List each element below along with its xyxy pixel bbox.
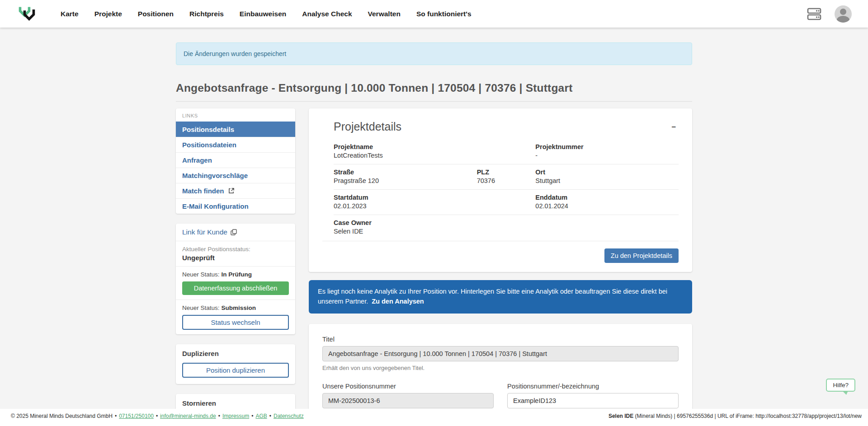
project-row-dates: Startdatum 02.01.2023 Enddatum 02.01.202… [334, 189, 679, 215]
avatar-head-icon [840, 9, 846, 15]
nav-item-karte[interactable]: Karte [61, 10, 79, 18]
footer-impressum-link[interactable]: Impressum [222, 413, 249, 419]
field-label: Enddatum [535, 194, 679, 201]
field-strasse: Straße Pragstraße 120 [334, 169, 477, 184]
mineral-minds-logo[interactable] [18, 6, 36, 22]
avatar-body-icon [837, 16, 849, 23]
sidebar-item-label: Positionsdateien [182, 141, 236, 149]
duplicate-card-title: Duplizieren [176, 344, 295, 359]
duplicate-position-button[interactable]: Position duplizieren [182, 363, 289, 378]
project-row-name: Projektname LotCreationTests Projektnumm… [334, 143, 679, 164]
duplicate-card-body: Position duplizieren [176, 363, 295, 384]
field-label: Projektnummer [535, 143, 679, 150]
nav-item-analyse-check[interactable]: Analyse Check [302, 10, 352, 18]
footer-separator: • [251, 413, 253, 419]
current-status-section: Aktueller Positionsstatus: Ungeprüft [176, 241, 295, 266]
field-value: LotCreationTests [334, 152, 535, 159]
new-status-label: Neuer Status: [182, 271, 220, 278]
field-value: 02.01.2024 [535, 202, 679, 210]
footer-session-details: (Mineral Minds) | 69576255536d | URL of … [633, 413, 862, 419]
field-startdatum: Startdatum 02.01.2023 [334, 194, 535, 210]
footer-email-link[interactable]: info@mineral-minds.de [160, 413, 216, 419]
footer-agb-link[interactable]: AGB [255, 413, 267, 419]
server-icon[interactable] [807, 7, 822, 21]
our-number-label: Unsere Positionsnummer [322, 383, 494, 390]
sidebar-item-label: Matchingvorschläge [182, 172, 248, 179]
links-card-header: LINKS [176, 108, 295, 122]
title-field-label: Titel [322, 336, 679, 343]
sidebar-item-label: E-Mail Konfiguration [182, 202, 249, 210]
footer-session-info: Selen IDE (Mineral Minds) | 69576255536d… [609, 413, 862, 419]
go-to-project-details-button[interactable]: Zu den Projektdetails [604, 248, 679, 263]
user-avatar[interactable] [835, 5, 852, 23]
field-label: Ort [535, 169, 679, 176]
collapse-icon[interactable]: – [669, 123, 679, 131]
footer-datenschutz-link[interactable]: Datenschutz [274, 413, 304, 419]
sidebar-item-anfragen[interactable]: Anfragen [176, 152, 295, 168]
field-value: 02.01.2023 [334, 202, 535, 210]
page-title: Angebotsanfrage - Entsorgung | 10.000 To… [176, 82, 692, 102]
sidebar-item-label: Anfragen [182, 156, 212, 164]
customer-link-section: Link für Kunde [176, 224, 295, 241]
saved-alert: Die Änderungen wurden gespeichert [176, 42, 692, 65]
new-status-line-2: Neuer Status:Submission [182, 304, 289, 311]
duplicate-card: Duplizieren Position duplizieren [176, 344, 295, 384]
nav-item-einbauweisen[interactable]: Einbauweisen [240, 10, 286, 18]
field-label: Startdatum [334, 194, 535, 201]
new-status-section-2: Neuer Status:Submission Status wechseln [176, 300, 295, 334]
nav-links: Karte Projekte Positionen Richtpreis Ein… [61, 10, 807, 18]
field-projektname: Projektname LotCreationTests [334, 143, 535, 159]
current-status-label: Aktueller Positionsstatus: [182, 246, 289, 253]
nav-item-projekte[interactable]: Projekte [94, 10, 122, 18]
title-input [322, 346, 679, 361]
nav-item-verwalten[interactable]: Verwalten [368, 10, 401, 18]
field-value: 70376 [477, 177, 536, 184]
nav-item-richtpreis[interactable]: Richtpreis [189, 10, 224, 18]
project-details-grid: Projektname LotCreationTests Projektnumm… [334, 143, 679, 240]
customer-link[interactable]: Link für Kunde [182, 228, 289, 236]
position-number-input[interactable] [507, 393, 679, 408]
copy-icon [231, 229, 237, 235]
new-status-section-1: Neuer Status:In Prüfung Datenerfassung a… [176, 266, 295, 300]
switch-status-button[interactable]: Status wechseln [182, 315, 289, 330]
sidebar-item-positionsdateien[interactable]: Positionsdateien [176, 137, 295, 152]
nav-item-so-funktionierts[interactable]: So funktioniert's [416, 10, 472, 18]
field-case-owner: Case Owner Selen IDE [334, 219, 679, 235]
field-label: Projektname [334, 143, 535, 150]
nav-item-positionen[interactable]: Positionen [138, 10, 174, 18]
field-value: Stuttgart [535, 177, 679, 184]
project-details-header: Projektdetails – [334, 120, 679, 133]
field-label: Straße [334, 169, 477, 176]
sidebar-item-email-konfiguration[interactable]: E-Mail Konfiguration [176, 198, 295, 214]
topbar-right [807, 5, 852, 23]
sidebar-item-match-finden[interactable]: Match finden [176, 183, 295, 198]
main-column: Projektdetails – Projektname LotCreation… [309, 108, 692, 426]
sidebar-item-matchingvorschlaege[interactable]: Matchingvorschläge [176, 168, 295, 183]
footer-separator: • [115, 413, 117, 419]
external-link-icon [228, 188, 234, 194]
sidebar-item-positionsdetails[interactable]: Positionsdetails [176, 122, 295, 137]
field-projektnummer: Projektnummer - [535, 143, 679, 159]
two-column-layout: LINKS Positionsdetails Positionsdateien … [176, 108, 692, 426]
new-status-label: Neuer Status: [182, 304, 220, 311]
content-container: Die Änderungen wurden gespeichert Angebo… [176, 42, 692, 426]
go-to-analyses-link[interactable]: Zu den Analysen [372, 298, 424, 305]
project-row-address: Straße Pragstraße 120 PLZ 70376 Ort Stut… [334, 164, 679, 189]
current-status-value: Ungeprüft [182, 254, 289, 262]
footer-separator: • [269, 413, 271, 419]
new-status-line-1: Neuer Status:In Prüfung [182, 271, 289, 278]
logo-icon [18, 6, 36, 22]
field-value: Selen IDE [334, 228, 679, 235]
field-enddatum: Enddatum 02.01.2024 [535, 194, 679, 210]
new-status-value: In Prüfung [222, 271, 252, 278]
analytics-banner-text: Es liegt noch keine Analytik zu Ihrer Po… [318, 288, 667, 305]
links-card: LINKS Positionsdetails Positionsdateien … [176, 108, 295, 214]
footer-copyright: © 2025 Mineral Minds Deutschland GmbH [11, 413, 113, 419]
analytics-banner: Es liegt noch keine Analytik zu Ihrer Po… [309, 280, 692, 314]
footer-phone-link[interactable]: 07151/250100 [119, 413, 154, 419]
help-button[interactable]: Hilfe? [826, 379, 855, 392]
complete-data-entry-button[interactable]: Datenerfassung abschließen [182, 281, 289, 295]
sidebar-item-label: Positionsdetails [182, 126, 234, 133]
project-details-footer: Zu den Projektdetails [322, 241, 679, 272]
footer-separator: • [218, 413, 220, 419]
